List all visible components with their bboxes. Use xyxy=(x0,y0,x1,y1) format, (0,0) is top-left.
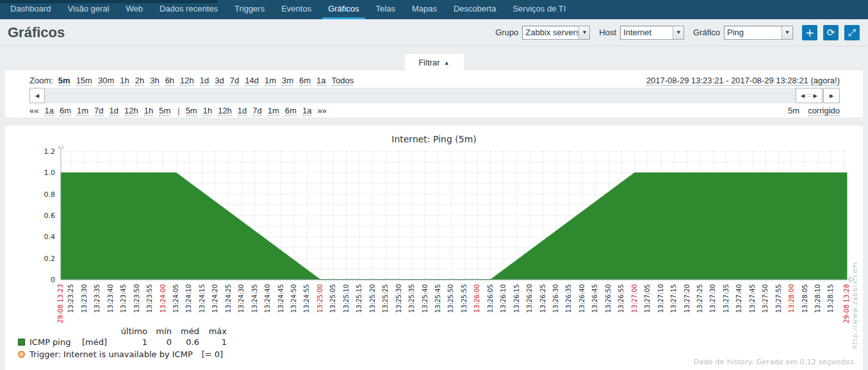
zoom-link-2h[interactable]: 2h xyxy=(135,76,144,86)
date-range-link[interactable]: 2017-08-29 13:23:21 - 2017-08-29 13:28:2… xyxy=(646,76,840,86)
pager-forward-link-1d[interactable]: 1d xyxy=(238,106,247,116)
svg-text:http://www.zabbix.com: http://www.zabbix.com xyxy=(851,262,858,349)
page-title: Gráficos xyxy=(8,24,65,41)
pager-back-link-1d[interactable]: 1d xyxy=(110,106,119,116)
zoom-link-1a[interactable]: 1a xyxy=(316,76,325,86)
pager-next-button[interactable]: »» xyxy=(317,106,326,115)
svg-text:13:23:40: 13:23:40 xyxy=(107,284,114,313)
zoom-link-5m[interactable]: 5m xyxy=(58,76,70,86)
time-scrollbar-track[interactable]: ◀ ◀ ∷∷ ▶ ▶ xyxy=(29,88,840,103)
pager-forward-link-5m[interactable]: 5m xyxy=(186,106,197,116)
svg-text:13:23:55: 13:23:55 xyxy=(146,284,153,313)
graph-select[interactable]: Ping ▼ xyxy=(724,26,793,40)
pager-forward-link-1a[interactable]: 1a xyxy=(302,106,311,116)
zoom-label: Zoom: xyxy=(29,76,53,85)
svg-text:13:25:10: 13:25:10 xyxy=(343,284,350,313)
dropdown-arrow-icon[interactable]: ▼ xyxy=(782,26,792,39)
zoom-link-12h[interactable]: 12h xyxy=(180,76,194,86)
handle-grip-icon: ∷∷ xyxy=(806,92,812,99)
nav-item-telas[interactable]: Telas xyxy=(370,0,401,19)
svg-text:13:27:00: 13:27:00 xyxy=(631,284,638,313)
period-label: 5m xyxy=(788,106,799,115)
series-color-swatch xyxy=(18,339,25,346)
zoom-link-1h[interactable]: 1h xyxy=(120,76,129,86)
trigger-threshold: [= 0] xyxy=(202,349,223,359)
pager-forward-link-6m[interactable]: 6m xyxy=(285,106,297,116)
series-avg-value: 0.6 xyxy=(172,337,199,347)
scroll-left-button[interactable]: ◀ xyxy=(29,88,45,103)
legend-col-max: máx xyxy=(199,326,227,336)
svg-text:13:24:00: 13:24:00 xyxy=(160,284,167,313)
fixed-period-link[interactable]: corrigido xyxy=(808,106,840,116)
pager-back-link-12h[interactable]: 12h xyxy=(124,106,138,116)
pager-back-link-7d[interactable]: 7d xyxy=(94,106,103,116)
time-filter-panel: Zoom: 5m15m30m1h2h3h6h12h1d3d7d14d1m3m6m… xyxy=(5,71,863,117)
svg-text:13:26:10: 13:26:10 xyxy=(500,284,507,313)
filter-tab[interactable]: Filtrar ▲ xyxy=(405,54,464,71)
pager-back-link-6m[interactable]: 6m xyxy=(60,106,71,116)
svg-text:13:24:55: 13:24:55 xyxy=(303,284,310,313)
svg-text:13:25:05: 13:25:05 xyxy=(329,284,336,313)
pager-prev-button[interactable]: «« xyxy=(29,106,38,115)
nav-item-triggers[interactable]: Triggers xyxy=(229,0,270,19)
pager-forward-link-1m[interactable]: 1m xyxy=(268,106,279,116)
zoom-link-todos[interactable]: Todos xyxy=(332,76,354,86)
svg-text:13:28:10: 13:28:10 xyxy=(814,284,821,313)
svg-text:13:26:35: 13:26:35 xyxy=(565,284,572,313)
pager-forward-link-12h[interactable]: 12h xyxy=(218,106,232,116)
time-scrollbar-handle[interactable]: ◀ ∷∷ ▶ xyxy=(796,88,823,103)
host-select[interactable]: Internet ▼ xyxy=(620,26,684,40)
pager-back-link-1m[interactable]: 1m xyxy=(77,106,88,116)
graph-control: Gráfico Ping ▼ xyxy=(693,26,793,40)
zoom-link-15m[interactable]: 15m xyxy=(76,76,92,86)
group-label: Grupo xyxy=(495,28,518,37)
nav-item-descoberta[interactable]: Descoberta xyxy=(448,0,502,19)
svg-text:13:27:45: 13:27:45 xyxy=(749,284,756,313)
handle-right-arrow-icon: ▶ xyxy=(814,93,817,99)
zoom-link-6h[interactable]: 6h xyxy=(165,76,174,86)
chart-title: Internet: Ping (5m) xyxy=(5,134,863,144)
dropdown-arrow-icon[interactable]: ▼ xyxy=(578,26,589,39)
legend-col-min: mín xyxy=(147,326,172,336)
zoom-link-14d[interactable]: 14d xyxy=(245,76,259,86)
svg-text:13:27:50: 13:27:50 xyxy=(762,284,769,313)
zoom-link-1m[interactable]: 1m xyxy=(265,76,276,86)
nav-item-servi-os-de-ti[interactable]: Serviços de TI xyxy=(507,0,571,19)
scroll-right-button[interactable]: ▶ xyxy=(823,88,840,103)
svg-text:13:25:35: 13:25:35 xyxy=(408,284,415,313)
svg-text:0.6: 0.6 xyxy=(44,212,56,220)
svg-text:0.2: 0.2 xyxy=(44,255,56,263)
graph-canvas[interactable]: 00.20.40.60.81.01.213:23:2513:23:3013:23… xyxy=(5,145,863,357)
handle-left-arrow-icon: ◀ xyxy=(801,93,805,99)
add-graph-button[interactable]: + xyxy=(802,25,817,40)
collapse-arrow-icon: ▲ xyxy=(444,59,450,66)
pager-back-link-5m[interactable]: 5m xyxy=(159,106,170,116)
nav-item-mapas[interactable]: Mapas xyxy=(406,0,443,19)
pager-forward-link-1h[interactable]: 1h xyxy=(203,106,212,116)
nav-item-gr-ficos[interactable]: Gráficos xyxy=(322,0,364,19)
zoom-link-3d[interactable]: 3d xyxy=(215,76,224,86)
filter-tab-label: Filtrar xyxy=(418,58,439,67)
zoom-link-3m[interactable]: 3m xyxy=(282,76,293,86)
pager-back-link-1a[interactable]: 1a xyxy=(44,106,53,116)
dropdown-arrow-icon[interactable]: ▼ xyxy=(673,26,684,39)
zoom-link-6m[interactable]: 6m xyxy=(299,76,311,86)
svg-text:29-08 13:28: 29-08 13:28 xyxy=(843,284,850,323)
nav-item-eventos[interactable]: Eventos xyxy=(275,0,317,19)
zoom-link-30m[interactable]: 30m xyxy=(98,76,114,86)
svg-text:0.8: 0.8 xyxy=(44,190,56,199)
zoom-link-3h[interactable]: 3h xyxy=(150,76,159,86)
fullscreen-button[interactable]: ⤢ xyxy=(844,25,860,40)
series-min-value: 0 xyxy=(147,337,172,347)
zoom-link-7d[interactable]: 7d xyxy=(230,76,239,86)
refresh-button[interactable]: ⟳ xyxy=(823,25,839,40)
host-control: Host Internet ▼ xyxy=(599,26,684,40)
group-select[interactable]: Zabbix servers ▼ xyxy=(522,26,590,40)
pager-forward-link-7d[interactable]: 7d xyxy=(252,106,261,116)
legend-col-last: último xyxy=(120,326,147,336)
host-label: Host xyxy=(599,28,616,37)
pager-back-link-1h[interactable]: 1h xyxy=(144,106,153,116)
svg-text:13:24:15: 13:24:15 xyxy=(199,284,206,313)
generation-status: Dado de history. Gerado em 0.12 segundos… xyxy=(694,358,856,366)
zoom-link-1d[interactable]: 1d xyxy=(200,76,209,86)
